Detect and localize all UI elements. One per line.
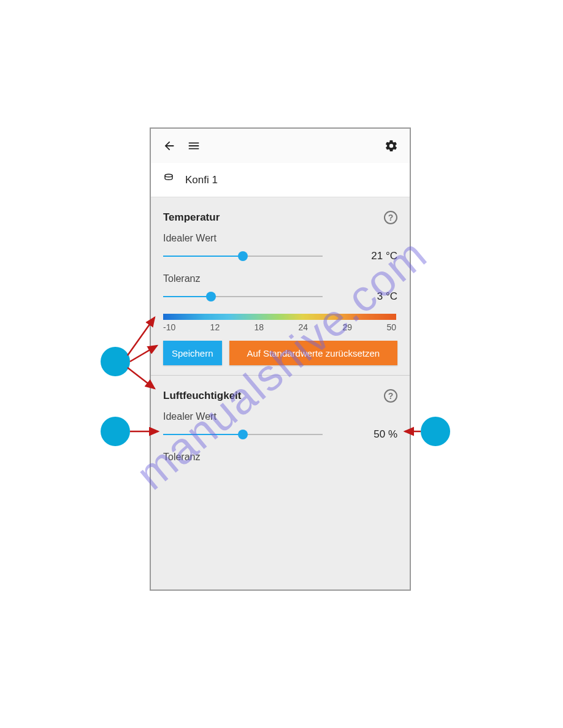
svg-line-1 xyxy=(130,346,157,362)
callout-arrows xyxy=(0,0,563,728)
svg-line-2 xyxy=(128,368,155,389)
